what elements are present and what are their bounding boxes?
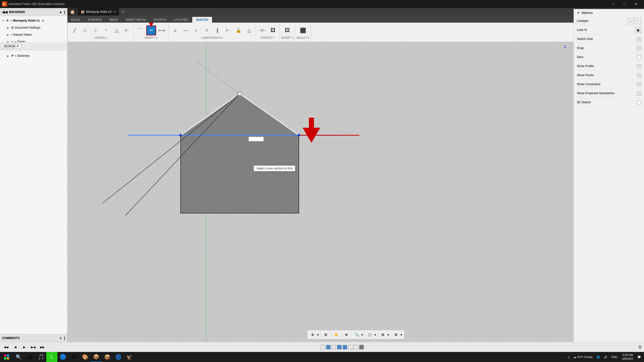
taskbar-spotify-icon[interactable]: 🎵 [35, 352, 46, 362]
show-points-checkbox[interactable] [637, 73, 641, 77]
taskbar-fusion360-icon[interactable]: 📦 [91, 352, 102, 362]
frame-sel-3[interactable] [332, 345, 336, 349]
linetype-dashed-icon[interactable]: ○ [635, 18, 641, 24]
measure-button[interactable]: ⊣⊢ [257, 25, 267, 35]
taskbar-search-icon[interactable]: 🔍 [13, 352, 24, 362]
tray-language[interactable]: ENG [611, 355, 619, 359]
select-button[interactable]: ⬛ [298, 25, 308, 35]
tab-mesh[interactable]: MESH [106, 17, 122, 23]
maximize-button[interactable]: □ [619, 0, 630, 8]
tree-item-sketches[interactable]: ▶ 👁 ▪ Sketches [0, 52, 67, 59]
tray-notifications-icon[interactable]: △ [567, 355, 571, 359]
linetype-solid-icon[interactable]: — [628, 18, 634, 24]
equal-constraint-button[interactable]: = [202, 25, 212, 35]
taskbar-other-icon[interactable]: 🦅 [124, 352, 135, 362]
notification-center-icon[interactable]: 💬 [636, 355, 642, 359]
tray-network-icon[interactable]: 🌐 [595, 355, 601, 359]
frame-sel-5[interactable] [343, 345, 347, 349]
parallel-constraint-button[interactable]: ∥ [212, 25, 222, 35]
display-settings-button[interactable]: ▢ [366, 331, 373, 338]
tab-utilities[interactable]: UTILITIES [171, 17, 192, 23]
taskbar-line-icon[interactable]: L [46, 352, 57, 362]
fillet-tool-button[interactable]: ⌒ [136, 25, 146, 35]
tab-sheet-metal[interactable]: SHEET METAL [122, 17, 150, 23]
tab-surface[interactable]: SURFACE [84, 17, 105, 23]
prev-frame-button[interactable]: ◀ [11, 344, 19, 351]
fit-button[interactable]: ⊞ [322, 331, 329, 338]
slice-checkbox[interactable] [637, 55, 641, 59]
frame-sel-6[interactable] [348, 345, 353, 349]
last-frame-button[interactable]: ▶▶ [38, 344, 46, 351]
tab-close-icon[interactable]: ✕ [114, 10, 116, 14]
taskbar-fusion360-2-icon[interactable]: 📦 [102, 352, 113, 362]
viewcube-button[interactable]: ⊞ [392, 331, 399, 338]
frame-sel-8[interactable] [359, 345, 364, 349]
visibility-icon[interactable]: 👁 [6, 19, 9, 22]
first-frame-button[interactable]: ◀◀ [2, 344, 10, 351]
play-button[interactable]: ▶ [20, 344, 28, 351]
frame-sel-2[interactable] [326, 345, 331, 349]
snap-checkbox[interactable] [637, 46, 641, 50]
collapse-comments-icon[interactable]: | [64, 336, 65, 340]
zoom-button[interactable]: 🔍 [353, 331, 360, 338]
frame-sel-7[interactable] [354, 345, 358, 349]
options-section-header[interactable]: ▼ Options [577, 11, 641, 15]
tab-plastic[interactable]: PLASTIC [150, 17, 170, 23]
section-view-button[interactable]: 🖼 [268, 25, 278, 35]
taskbar-taskview-icon[interactable]: ⊞ [24, 352, 35, 362]
collapse-icon[interactable]: ◀◀ [2, 10, 8, 14]
spline-tool-button[interactable]: ⊢ [122, 25, 132, 35]
taskbar-chrome-icon[interactable]: 🔵 [57, 352, 68, 362]
taskbar-settings-icon[interactable]: ⚙ [68, 352, 79, 362]
coincident-constraint-button[interactable]: ○ [191, 25, 201, 35]
grid-button[interactable]: ⊞ [379, 331, 386, 338]
trim-tool-button[interactable]: ✂ [146, 25, 156, 35]
next-frame-button[interactable]: ▶◀ [29, 344, 37, 351]
browser-settings-icon[interactable]: ● [60, 10, 62, 14]
tray-sound-icon[interactable]: 🔊 [603, 355, 609, 359]
clock[interactable]: 9:02 PM 4/8/2023 [621, 353, 634, 361]
frame-sel-4[interactable] [337, 345, 342, 349]
3d-sketch-checkbox[interactable] [637, 101, 641, 105]
line-tool-button[interactable]: ╱ [69, 25, 79, 35]
vertical-constraint-button[interactable]: — [181, 25, 191, 35]
close-button[interactable]: ✕ [630, 0, 642, 8]
show-profile-checkbox[interactable] [637, 64, 641, 68]
taskbar-vpn-icon[interactable]: 🌀 [113, 352, 124, 362]
tray-weather[interactable]: ☁ 54°F Cloudy [573, 355, 594, 359]
look-at-button[interactable]: ⊕ [343, 331, 350, 338]
item-settings-icon[interactable]: ⊙ [42, 19, 44, 22]
design-menu-button[interactable]: DESIGN ▼ [1, 44, 22, 49]
triangle-constraint-button[interactable]: △ [244, 25, 254, 35]
perpendicular-constraint-button[interactable]: ⊢ [223, 25, 233, 35]
rectangle-tool-button[interactable]: □ [80, 25, 90, 35]
lock-constraint-button[interactable]: 🔒 [233, 25, 244, 35]
add-comment-icon[interactable]: + [60, 336, 62, 340]
insert-image-button[interactable]: 🖼 [282, 25, 292, 35]
arc-tool-button[interactable]: ◜ [101, 25, 111, 35]
tree-item-named-views[interactable]: ▶ ▪ Named Views [0, 31, 67, 38]
taskbar-paint-icon[interactable]: 🎨 [79, 352, 91, 362]
polygon-tool-button[interactable]: △ [112, 25, 122, 35]
active-file-tab[interactable]: 🏨 Monopoly Hotel v1* ✕ [78, 8, 119, 16]
frame-sel-1[interactable] [320, 345, 325, 349]
minimize-button[interactable]: ─ [607, 0, 619, 8]
tab-sketch[interactable]: SKETCH [192, 17, 212, 23]
tree-item-document-settings[interactable]: ▶ ⚙ Document Settings [0, 24, 67, 31]
sketch-grid-checkbox[interactable] [637, 37, 641, 41]
show-constraints-checkbox[interactable] [637, 82, 641, 86]
start-button[interactable] [0, 352, 13, 362]
extend-tool-button[interactable]: ⟼ [157, 25, 167, 35]
tab-solid[interactable]: SOLID [67, 17, 84, 23]
orbit-button[interactable]: ⊕ [309, 331, 316, 338]
visibility-icon[interactable]: 👁 [11, 54, 14, 58]
tab-home[interactable]: 🏠 [67, 8, 78, 16]
show-projected-checkbox[interactable] [637, 92, 641, 96]
canvas[interactable]: Z Select cu [67, 42, 644, 342]
look-at-button[interactable]: ▣ [635, 27, 641, 33]
horizontal-constraint-button[interactable]: ⊥ [170, 25, 180, 35]
circle-tool-button[interactable]: ○ [91, 25, 101, 35]
settings-icon-statusbar[interactable]: ⚙ [638, 344, 642, 350]
new-tab-icon[interactable]: + [119, 8, 127, 16]
tree-item-root[interactable]: ▼ 👁 □ Monopoly Hotel v1 ⊙ [0, 17, 67, 24]
